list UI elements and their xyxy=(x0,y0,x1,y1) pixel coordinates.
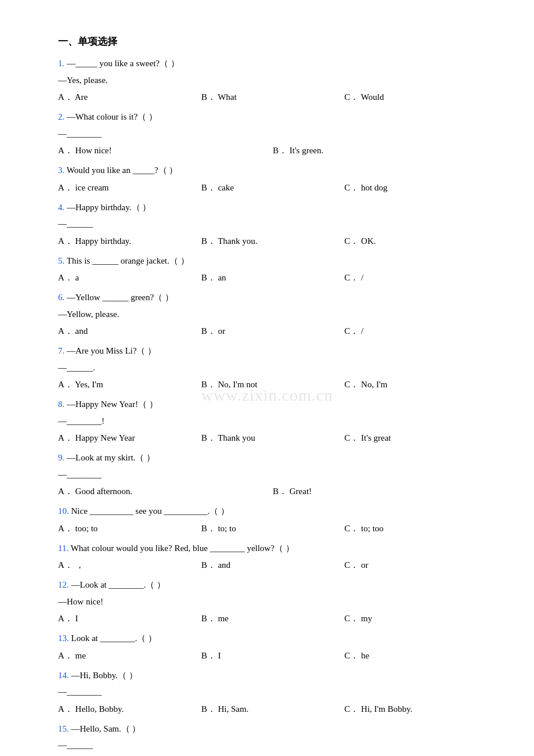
question-text: —Yellow, please. xyxy=(58,309,119,319)
option-item: C． my xyxy=(344,611,488,627)
question-line: —________! xyxy=(58,414,488,429)
question-line: 2. —What colour is it?（ ） xyxy=(58,110,488,125)
question-text: —______ xyxy=(58,740,93,750)
option-item: C． hot dog xyxy=(344,180,488,196)
option-item: A． Happy New Year xyxy=(58,430,201,446)
option-item: B． Hi, Sam. xyxy=(201,701,345,717)
question-number: 15. xyxy=(58,724,71,733)
question-text: —_____ you like a sweet?（ ） xyxy=(67,59,179,68)
question-line: —Yes, please. xyxy=(58,73,488,88)
question-line: 15. —Hello, Sam.（ ） xyxy=(58,722,488,737)
question-block: 15. —Hello, Sam.（ ）—______ xyxy=(58,722,488,753)
option-item: A． I xyxy=(58,611,201,627)
option-item: A． me xyxy=(58,648,201,664)
question-block: 8. —Happy New Year!（ ）—________!A． Happy… xyxy=(58,397,488,446)
question-block: 13. Look at ________.（ ）A． meB． IC． he xyxy=(58,631,488,664)
question-block: 11. What colour would you like? Red, blu… xyxy=(58,541,488,574)
question-line: 14. —Hi, Bobby.（ ） xyxy=(58,668,488,683)
question-line: 13. Look at ________.（ ） xyxy=(58,631,488,646)
question-line: 3. Would you like an _____?（ ） xyxy=(58,163,488,178)
question-line: —______. xyxy=(58,361,488,376)
option-item: B． me xyxy=(201,611,345,627)
question-line: —________ xyxy=(58,685,488,700)
question-number: 14. xyxy=(58,671,71,680)
question-block: 14. —Hi, Bobby.（ ）—________A． Hello, Bob… xyxy=(58,668,488,717)
question-text: —______ xyxy=(58,219,93,228)
option-item: C． OK. xyxy=(344,233,488,249)
section-title: 一、单项选择 xyxy=(58,35,488,48)
options-row: A． Hello, Bobby.B． Hi, Sam.C． Hi, I'm Bo… xyxy=(58,701,488,717)
option-item: A． ， xyxy=(58,557,201,573)
question-number: 2. xyxy=(58,112,67,121)
option-item: C． he xyxy=(344,648,488,664)
question-line: 4. —Happy birthday.（ ） xyxy=(58,200,488,215)
option-item: B． No, I'm not xyxy=(201,377,345,393)
question-line: 5. This is ______ orange jacket.（ ） xyxy=(58,254,488,269)
question-line: 11. What colour would you like? Red, blu… xyxy=(58,541,488,556)
options-row: A． Happy New YearB． Thank youC． It's gre… xyxy=(58,430,488,446)
question-number: 1. xyxy=(58,59,67,68)
question-block: 10. Nice __________ see you __________.（… xyxy=(58,504,488,537)
question-text: Look at ________.（ ） xyxy=(71,633,157,643)
options-row: A． meB． IC． he xyxy=(58,648,488,664)
question-text: —Yes, please. xyxy=(58,75,108,85)
option-item: A． a xyxy=(58,270,201,286)
question-line: —How nice! xyxy=(58,595,488,610)
question-block: 7. —Are you Miss Li?（ ）—______.A． Yes, I… xyxy=(58,344,488,393)
option-item: A． Hello, Bobby. xyxy=(58,701,201,717)
option-item: A． Happy birthday. xyxy=(58,233,201,249)
question-block: 5. This is ______ orange jacket.（ ）A． aB… xyxy=(58,254,488,286)
option-item: B． or xyxy=(201,323,345,339)
option-item: B． What xyxy=(201,89,345,105)
question-text: —Yellow ______ green?（ ） xyxy=(67,293,174,302)
option-item: A． How nice! xyxy=(58,143,273,159)
question-line: 1. —_____ you like a sweet?（ ） xyxy=(58,56,488,71)
question-text: —How nice! xyxy=(58,597,103,606)
question-block: 3. Would you like an _____?（ ）A． ice cre… xyxy=(58,163,488,196)
option-item: C． No, I'm xyxy=(344,377,488,393)
options-row: A． IB． meC． my xyxy=(58,611,488,627)
option-item: B． cake xyxy=(201,180,345,196)
options-row: A． Good afternoon.B． Great! xyxy=(58,484,488,499)
question-text: —Hi, Bobby.（ ） xyxy=(71,671,138,680)
question-line: —______ xyxy=(58,738,488,753)
option-item: A． and xyxy=(58,323,201,339)
question-line: 9. —Look at my skirt.（ ） xyxy=(58,451,488,466)
question-text: —Happy birthday.（ ） xyxy=(67,203,151,212)
question-line: —Yellow, please. xyxy=(58,307,488,322)
option-item: A． too; to xyxy=(58,521,201,537)
question-text: —Look at ________.（ ） xyxy=(71,580,166,589)
question-text: —Hello, Sam.（ ） xyxy=(71,724,141,733)
option-item: C． / xyxy=(344,270,488,286)
question-line: 7. —Are you Miss Li?（ ） xyxy=(58,344,488,359)
question-number: 7. xyxy=(58,346,67,355)
question-line: —________ xyxy=(58,127,488,142)
options-row: A． ice creamB． cakeC． hot dog xyxy=(58,180,488,196)
question-text: —Look at my skirt.（ ） xyxy=(67,453,155,462)
question-number: 3. xyxy=(58,165,67,175)
option-item: C． It's great xyxy=(344,430,488,446)
question-text: —________! xyxy=(58,416,104,426)
option-item: C． / xyxy=(344,323,488,339)
option-item: C． to; too xyxy=(344,521,488,537)
option-item: B． Great! xyxy=(273,484,488,499)
question-block: 9. —Look at my skirt.（ ）—________A． Good… xyxy=(58,451,488,499)
option-item: B． I xyxy=(201,648,345,664)
options-row: A． How nice!B． It's green. xyxy=(58,143,488,159)
question-text: —________ xyxy=(58,470,102,479)
options-row: A． AreB． WhatC． Would xyxy=(58,89,488,105)
option-item: C． or xyxy=(344,557,488,573)
question-block: 2. —What colour is it?（ ）—________A． How… xyxy=(58,110,488,159)
option-item: A． ice cream xyxy=(58,180,201,196)
question-line: 10. Nice __________ see you __________.（… xyxy=(58,504,488,519)
option-item: C． Hi, I'm Bobby. xyxy=(344,701,488,717)
option-item: C． Would xyxy=(344,89,488,105)
options-row: A． andB． orC． / xyxy=(58,323,488,339)
question-block: 12. —Look at ________.（ ）—How nice!A． IB… xyxy=(58,578,488,627)
option-item: A． Good afternoon. xyxy=(58,484,273,499)
question-text: —________ xyxy=(58,687,102,696)
option-item: B． It's green. xyxy=(273,143,488,159)
question-text: —________ xyxy=(58,129,102,138)
question-number: 11. xyxy=(58,543,71,553)
questions-container: 1. —_____ you like a sweet?（ ）—Yes, plea… xyxy=(58,56,488,753)
